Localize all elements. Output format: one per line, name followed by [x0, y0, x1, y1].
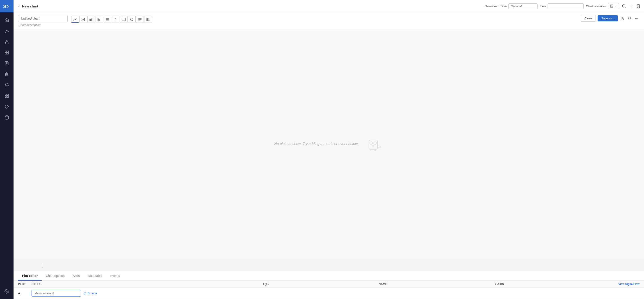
chart-type-single-value[interactable]: 4 [112, 16, 120, 23]
svg-point-41 [622, 5, 625, 7]
single-value-icon: 4 [115, 18, 116, 21]
column-name: Name [379, 282, 494, 286]
bell-button[interactable] [627, 16, 632, 21]
time-input[interactable] [548, 4, 584, 9]
chart-type-alert[interactable] [128, 16, 136, 23]
down-arrow-icon: ↓ [40, 262, 44, 269]
chart-type-bar[interactable] [88, 16, 95, 23]
sidebar-item-alerts[interactable] [2, 80, 12, 90]
more-button[interactable] [634, 16, 640, 21]
table-row: A Browse [14, 288, 644, 299]
svg-rect-32 [5, 96, 6, 98]
sidebar-item-storage[interactable] [2, 113, 12, 122]
chart-type-list[interactable] [104, 16, 111, 23]
svg-point-62 [132, 20, 132, 20]
share-icon [620, 17, 624, 20]
overrides-label: Overrides: [485, 5, 498, 8]
sidebar-item-dashboard[interactable] [2, 48, 12, 58]
save-as-button[interactable]: Save as... [598, 15, 618, 22]
table-chart-icon [122, 18, 126, 21]
tab-plot-editor[interactable]: Plot editor [18, 271, 42, 281]
svg-point-34 [6, 106, 6, 106]
chart-resolution-label: Chart resolution [586, 5, 606, 8]
svg-rect-30 [5, 94, 6, 96]
share-button[interactable] [620, 16, 625, 21]
chart-title-input[interactable] [18, 15, 68, 22]
sidebar-item-graph[interactable] [2, 26, 12, 36]
svg-rect-15 [5, 53, 7, 54]
svg-marker-80 [372, 145, 374, 146]
svg-text:S>: S> [3, 4, 10, 9]
svg-point-36 [6, 291, 8, 292]
column-plot: Plot [18, 282, 32, 286]
chart-type-heatmap[interactable] [96, 16, 103, 23]
chart-type-text[interactable] [136, 16, 144, 23]
view-signalflow-link[interactable]: View SignalFlow [610, 282, 640, 286]
search-icon [622, 4, 626, 8]
svg-rect-33 [7, 96, 8, 98]
chart-description: Chart description [18, 23, 68, 27]
bookmark-icon [636, 4, 640, 8]
plot-table-header: Plot Signal F(x) Name Y-Axis View Signal… [14, 281, 644, 288]
grid-chart-icon [146, 18, 150, 21]
time-label: Time [540, 5, 546, 8]
svg-point-73 [638, 18, 638, 19]
column-fx: F(x) [263, 282, 379, 286]
down-arrow-section: ↓ [14, 258, 644, 271]
chart-type-area[interactable] [79, 16, 87, 23]
mascot-illustration [363, 136, 383, 152]
browse-button[interactable]: Browse [83, 291, 97, 295]
chart-header: Chart description [14, 13, 644, 29]
svg-point-8 [5, 43, 6, 43]
tab-events[interactable]: Events [106, 271, 124, 281]
svg-point-35 [5, 116, 8, 117]
close-button[interactable]: Close [581, 15, 596, 22]
chart-resolution-button[interactable] [608, 3, 619, 9]
svg-line-6 [7, 31, 8, 31]
alert-chart-icon [130, 18, 134, 21]
filter-field: Filter [500, 4, 538, 9]
svg-point-72 [636, 18, 637, 19]
tab-chart-options[interactable]: Chart options [42, 271, 68, 281]
filter-input[interactable] [508, 4, 538, 9]
back-button[interactable]: New chart [17, 4, 38, 8]
svg-point-4 [8, 31, 8, 32]
svg-line-86 [86, 294, 86, 294]
add-button[interactable] [629, 4, 633, 8]
chart-type-table[interactable] [120, 16, 128, 23]
svg-rect-50 [99, 18, 100, 19]
sidebar-item-settings[interactable] [2, 286, 12, 296]
svg-line-11 [7, 41, 8, 43]
text-chart-icon [138, 18, 142, 21]
chart-type-line[interactable] [71, 16, 79, 23]
svg-point-7 [6, 40, 7, 41]
svg-rect-48 [92, 18, 93, 21]
svg-point-9 [8, 43, 8, 43]
app-logo[interactable]: S> [0, 0, 14, 13]
chart-type-grid[interactable] [144, 16, 152, 23]
tab-axes[interactable]: Axes [69, 271, 84, 281]
chart-actions: Close Save as... [581, 15, 640, 22]
search-icon [83, 292, 86, 295]
column-y-axis: Y-Axis [494, 282, 610, 286]
sidebar-item-home[interactable] [2, 15, 12, 25]
tab-data-table[interactable]: Data table [84, 271, 106, 281]
sidebar-item-tags[interactable] [2, 102, 12, 112]
sidebar-item-topology[interactable] [2, 37, 12, 47]
svg-line-42 [624, 7, 625, 8]
sidebar-item-reports[interactable] [2, 58, 12, 68]
svg-point-3 [6, 30, 7, 31]
line-chart-icon [73, 18, 77, 21]
svg-rect-52 [99, 20, 100, 21]
signal-input[interactable] [32, 290, 81, 296]
sidebar-item-modules[interactable] [2, 91, 12, 101]
svg-line-5 [6, 31, 6, 32]
svg-point-23 [7, 74, 8, 75]
search-button[interactable] [622, 4, 626, 8]
heatmap-icon [97, 18, 102, 21]
bookmark-button[interactable] [636, 4, 640, 8]
sidebar: S> [0, 0, 14, 299]
back-arrow-icon [17, 4, 21, 8]
sidebar-item-robot[interactable] [2, 69, 12, 79]
svg-rect-31 [7, 94, 8, 96]
